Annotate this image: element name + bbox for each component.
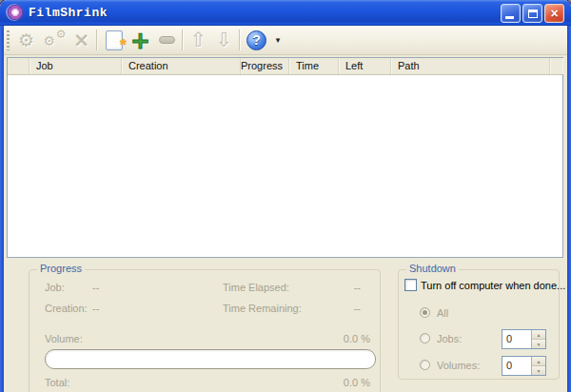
gear-icon: ⚙ [18,31,34,49]
total-percent: 0.0 % [344,377,370,388]
column-header-icon[interactable] [8,58,30,74]
jobs-spinner-up-icon[interactable]: ▲ [532,330,545,339]
progress-groupbox: Progress Job: -- Time Elapsed: -- Creati… [29,269,381,392]
creation-value: -- [92,303,99,314]
move-down-button[interactable]: ⇩ [211,28,237,52]
column-header-job[interactable]: Job [30,58,122,74]
title-bar[interactable]: FilmShrink × [0,0,571,26]
radio-volumes[interactable] [420,360,430,370]
column-header-creation[interactable]: Creation [122,58,241,74]
volume-progress-bar [45,349,376,369]
toolbar: ⚙ ⚙ ⚙ × * + ⇧ ⇩ [4,26,567,55]
column-header-progress[interactable]: Progress [241,58,289,74]
time-remaining-value: -- [354,303,361,314]
multi-settings-button[interactable]: ⚙ ⚙ [42,28,68,52]
shutdown-group-title: Shutdown [406,263,459,274]
close-icon: × [550,7,558,20]
turn-off-checkbox[interactable] [404,279,417,291]
maximize-icon [528,10,538,18]
jobs-spinner[interactable]: 0 ▲ ▼ [502,329,546,349]
job-label: Job: [45,282,65,293]
move-up-button[interactable]: ⇧ [186,28,211,52]
turn-off-checkbox-label[interactable]: Turn off computer when done... [421,280,565,291]
job-list-header: Job Creation Progress Time Left Path [8,58,562,75]
application-window: FilmShrink × ⚙ ⚙ ⚙ × * [0,0,571,392]
new-job-button[interactable]: * [101,28,127,52]
jobs-spinner-down-icon[interactable]: ▼ [532,339,545,348]
volumes-spinner[interactable]: 0 ▲ ▼ [502,356,546,376]
help-question-icon: ? [246,30,266,50]
help-dropdown-button[interactable]: ▾ [272,28,284,52]
creation-label: Creation: [45,303,88,314]
progress-group-title: Progress [37,263,85,274]
job-list-body[interactable] [8,75,562,257]
remove-button[interactable] [154,28,180,52]
help-button[interactable]: ? [244,28,269,52]
jobs-spinner-value[interactable]: 0 [502,330,531,348]
radio-all-label[interactable]: All [437,307,448,319]
shutdown-groupbox: Shutdown Turn off computer when done... … [398,269,560,380]
toolbar-grabber[interactable] [7,30,10,50]
maximize-button[interactable] [522,4,542,23]
volume-label: Volume: [45,333,83,344]
window-border-left [0,26,4,392]
plus-icon: + [130,29,150,52]
window-border-right [567,26,571,392]
minimize-icon [505,16,514,19]
toolbar-separator [182,29,183,50]
job-value: -- [92,282,99,293]
delete-button[interactable]: × [69,28,94,52]
column-header-filler [550,58,562,74]
radio-jobs[interactable] [420,333,430,343]
sparkle-icon: * [120,36,127,55]
time-elapsed-value: -- [354,282,361,293]
minus-icon [159,36,175,44]
column-header-path[interactable]: Path [391,58,550,74]
volume-percent: 0.0 % [344,333,370,344]
x-delete-icon: × [73,30,90,50]
volumes-spinner-down-icon[interactable]: ▼ [532,365,545,375]
chevron-down-icon: ▾ [276,35,281,45]
new-page-icon: * [106,30,123,50]
close-button[interactable]: × [544,4,564,23]
volumes-spinner-value[interactable]: 0 [502,357,531,375]
volumes-spinner-up-icon[interactable]: ▲ [532,357,545,365]
time-elapsed-label: Time Elapsed: [223,282,289,293]
job-list: Job Creation Progress Time Left Path [7,57,563,258]
column-header-left[interactable]: Left [339,58,391,74]
column-header-time[interactable]: Time [289,58,339,74]
up-arrow-icon: ⇧ [190,30,207,50]
settings-button[interactable]: ⚙ [13,28,39,52]
toolbar-separator [239,29,240,50]
window-title: FilmShrink [29,6,108,20]
radio-all[interactable] [420,307,430,318]
toolbar-separator [96,29,97,50]
down-arrow-icon: ⇩ [216,30,233,50]
time-remaining-label: Time Remaining: [223,303,302,314]
radio-selected-dot [423,310,427,315]
minimize-button[interactable] [501,4,521,23]
radio-jobs-label[interactable]: Jobs: [437,333,462,344]
radio-volumes-label[interactable]: Volumes: [437,360,480,371]
gears-icon: ⚙ ⚙ [44,29,67,51]
add-button[interactable]: + [128,28,153,52]
total-label: Total: [45,377,69,388]
app-cd-disc-icon [8,5,23,20]
